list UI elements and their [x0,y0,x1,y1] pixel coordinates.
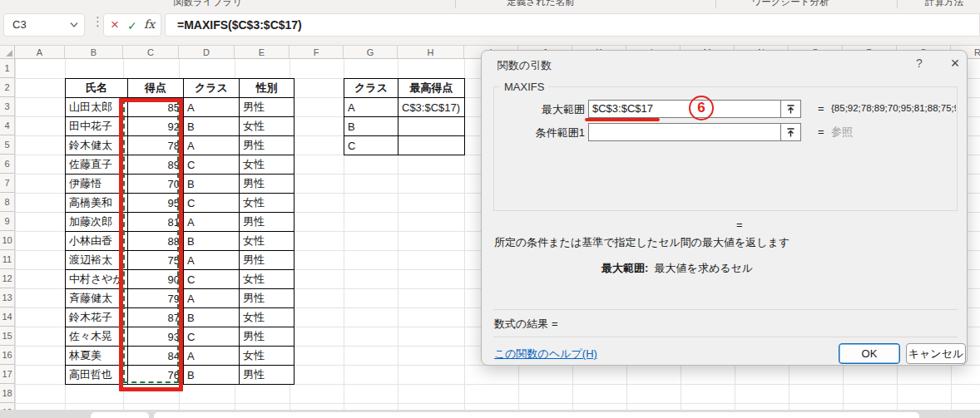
criteria-range-label: 条件範囲1 [500,125,585,140]
cell-gender[interactable]: 女性 [239,347,294,366]
range-picker-button[interactable] [780,123,801,141]
column-header-h[interactable]: H [398,46,464,59]
table-row: 氏名得点クラス性別 [66,79,294,98]
separator [493,309,958,310]
formula-input[interactable]: =MAXIFS($C$3:$C$17) [165,13,980,37]
ok-button[interactable]: OK [839,343,900,364]
column-header-g[interactable]: G [344,46,398,59]
max-range-result-preview: {85;92;78;89;70;95;81;88;75;90; [831,103,956,113]
result-table-header[interactable]: 最高得点 [398,79,465,98]
name-box-value: C3 [12,18,27,31]
cell-class[interactable]: B [183,232,239,251]
column-header-a[interactable]: A [15,46,65,59]
column-header-c[interactable]: C [123,46,179,59]
cell-gender[interactable]: 女性 [239,308,294,327]
function-help-link[interactable]: この関数のヘルプ(H) [494,347,597,361]
cell-class[interactable]: A [183,136,239,155]
row-header-17[interactable]: 17 [0,365,15,384]
cell-class[interactable]: B [183,117,239,136]
cell-gender[interactable]: 男性 [239,251,294,270]
enter-formula-icon[interactable]: ✓ [127,17,137,34]
cell-class[interactable]: B [183,366,239,385]
sheet-tab[interactable] [91,412,149,418]
row-header-2[interactable]: 2 [0,78,15,97]
horizontal-scrollbar[interactable] [154,412,919,418]
row-header-4[interactable]: 4 [0,116,15,135]
cell-gender[interactable]: 男性 [239,136,294,155]
function-name-label: MAXIFS [500,81,548,93]
cell-class[interactable]: C [183,270,239,289]
row-header-12[interactable]: 12 [0,269,15,288]
cell-class[interactable]: A [183,98,239,117]
criteria-range-input[interactable] [588,123,781,141]
row-header-8[interactable]: 8 [0,193,15,212]
column-header-e[interactable]: E [235,46,290,59]
score-table-header[interactable]: 氏名 [66,79,128,98]
close-icon[interactable]: × [946,54,964,72]
row-header-14[interactable]: 14 [0,307,15,327]
cell-gender[interactable]: 男性 [239,98,294,117]
cell-class[interactable]: A [183,289,239,308]
cell-class[interactable]: C [344,136,398,155]
row-header-13[interactable]: 13 [0,288,15,307]
cell-class[interactable]: A [344,98,398,117]
cell-class[interactable]: B [183,175,239,194]
result-table-header[interactable]: クラス [344,79,398,98]
cell-max-score[interactable] [398,117,465,136]
argument-help-detail: 最大値を求めるセル [655,262,754,274]
cell-gender[interactable]: 男性 [239,175,294,194]
row-header-1[interactable]: 1 [0,59,15,78]
row-header-5[interactable]: 5 [0,135,15,155]
cell-gender[interactable]: 女性 [239,270,294,289]
max-range-input[interactable]: $C$3:$C$17 [588,100,781,118]
score-table-header[interactable]: 得点 [127,79,183,98]
cell-class[interactable]: B [344,117,398,136]
select-all-corner[interactable] [0,46,15,59]
row-header-6[interactable]: 6 [0,155,15,174]
column-header-f[interactable]: F [290,46,344,59]
annotation-red-underline [585,118,660,121]
row-header-18[interactable]: 18 [0,384,15,403]
cell-class[interactable]: C [183,194,239,213]
row-header-3[interactable]: 3 [0,97,15,116]
cell-gender[interactable]: 女性 [239,232,294,251]
cancel-formula-icon[interactable]: × [111,17,119,33]
row-header-15[interactable]: 15 [0,327,15,346]
name-box[interactable]: C3 [3,13,85,37]
range-picker-button[interactable] [780,100,801,118]
row-header-7[interactable]: 7 [0,174,15,193]
row-header-9[interactable]: 9 [0,212,15,231]
cell-gender[interactable]: 男性 [239,213,294,232]
cell-class[interactable]: A [183,347,239,366]
cell-class[interactable]: B [183,308,239,327]
score-table-header[interactable]: クラス [183,79,239,98]
cell-gender[interactable]: 男性 [239,327,294,347]
insert-function-icon[interactable]: fx [144,17,155,31]
cell-class[interactable]: C [183,155,239,175]
cancel-button[interactable]: キャンセル [906,343,966,364]
cell-gender[interactable]: 男性 [239,366,294,385]
cell-gender[interactable]: 女性 [239,194,294,213]
cell-class[interactable]: A [183,251,239,270]
column-header-b[interactable]: B [65,46,123,59]
dialog-help-icon[interactable]: ? [912,57,927,71]
ribbon-group-label: 計算方法 [925,0,963,8]
column-header-d[interactable]: D [179,46,235,59]
cell-gender[interactable]: 女性 [239,117,294,136]
row-header-10[interactable]: 10 [0,231,15,250]
collapse-dialog-icon [785,127,796,138]
cell-class[interactable]: C [183,327,239,347]
row-header-11[interactable]: 11 [0,250,15,269]
equals-sign: = [818,125,824,138]
more-options-icon[interactable]: ⋮ [92,14,104,29]
chevron-down-icon[interactable] [70,22,78,28]
score-table-header[interactable]: 性別 [239,79,294,98]
annotation-red-box [119,98,183,391]
cell-max-score[interactable]: C$3:$C$17) [398,98,465,117]
gridline [15,403,980,404]
cell-gender[interactable]: 男性 [239,289,294,308]
cell-gender[interactable]: 女性 [239,155,294,175]
cell-class[interactable]: A [183,213,239,232]
cell-max-score[interactable] [398,136,465,155]
row-header-16[interactable]: 16 [0,346,15,365]
